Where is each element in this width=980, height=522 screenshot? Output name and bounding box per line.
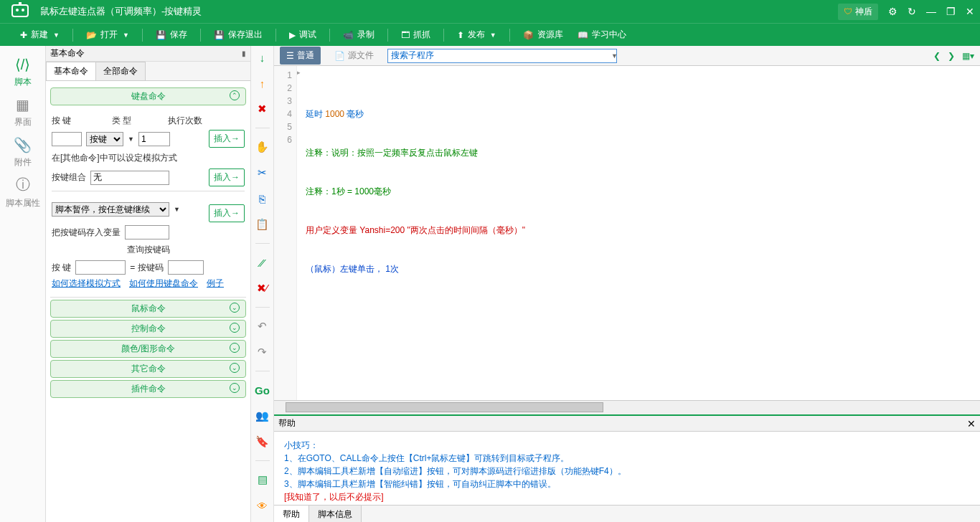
pause-select[interactable]: 脚本暂停，按任意键继续: [52, 202, 169, 217]
close-icon[interactable]: ✕: [966, 6, 974, 17]
settings-icon[interactable]: ⚙: [888, 6, 897, 17]
type-select[interactable]: 按键: [86, 132, 123, 146]
chevron-down-icon: ⌄: [230, 383, 240, 393]
help-tab-info[interactable]: 脚本信息: [309, 506, 362, 522]
titlebar: 鼠标左键连点器（可调频率）-按键精灵 🛡神盾 ⚙ ↻ — ❐ ✕: [0, 0, 980, 23]
comment-icon[interactable]: ⁄⁄: [255, 255, 270, 270]
menu-resource[interactable]: 📦资源库: [517, 26, 569, 44]
left-nav: ⟨/⟩脚本 ▦界面 📎附件 ⓘ脚本属性: [0, 46, 46, 522]
insert-button-3[interactable]: 插入→: [209, 204, 245, 222]
indent-icon[interactable]: ▤: [255, 473, 270, 487]
nav-attach[interactable]: 📎附件: [0, 132, 46, 172]
next-icon[interactable]: ❯: [948, 51, 955, 61]
tab-all[interactable]: 全部命令: [95, 62, 146, 80]
code-icon: ⟨/⟩: [15, 56, 31, 73]
help-title: 帮助: [278, 417, 296, 430]
play-icon: ▶: [289, 30, 296, 40]
key-input[interactable]: [52, 132, 82, 146]
delete-icon[interactable]: ✖: [255, 102, 270, 116]
go-icon[interactable]: Go: [255, 383, 270, 397]
section-control[interactable]: 控制命令⌄: [50, 320, 246, 338]
link-sim[interactable]: 如何选择模拟方式: [52, 277, 121, 290]
insert-button-2[interactable]: 插入→: [209, 169, 245, 186]
menu-save[interactable]: 💾保存: [150, 26, 193, 44]
refresh-icon[interactable]: ↻: [908, 6, 916, 17]
horizontal-scrollbar[interactable]: [274, 400, 980, 414]
qkey-input[interactable]: [75, 260, 126, 275]
book-icon: 📖: [578, 30, 588, 40]
view-source[interactable]: 📄源文件: [328, 47, 380, 65]
combo-input[interactable]: [90, 171, 169, 185]
note-text: 在[其他命令]中可以设定模拟方式: [52, 152, 245, 164]
line-gutter: 123456: [274, 66, 297, 400]
uncomment-icon[interactable]: ✖⁄: [255, 281, 270, 295]
nav-props[interactable]: ⓘ脚本属性: [0, 172, 46, 212]
link-usage[interactable]: 如何使用键盘命令: [129, 277, 198, 290]
saveexit-icon: 💾: [214, 30, 225, 40]
bookmark-icon[interactable]: 🔖: [255, 435, 270, 449]
section-mouse[interactable]: 鼠标命令⌄: [50, 300, 246, 318]
section-color[interactable]: 颜色/图形命令⌄: [50, 340, 246, 358]
help-dismiss[interactable]: [我知道了，以后不必提示]: [284, 490, 970, 503]
help-tab-help[interactable]: 帮助: [274, 506, 309, 522]
menu-debug[interactable]: ▶调试: [283, 26, 322, 44]
minimize-icon[interactable]: —: [926, 6, 936, 17]
undo-icon[interactable]: ↶: [255, 319, 270, 333]
help-tip-3: 3、脚本编辑工具栏新增【智能纠错】按钮，可自动纠正脚本中的错误。: [284, 478, 970, 490]
menu-record[interactable]: 📹录制: [337, 26, 380, 44]
menu-publish[interactable]: ⬆发布▼: [451, 26, 502, 44]
upload-icon: ⬆: [457, 30, 464, 40]
tab-basic[interactable]: 基本命令: [46, 62, 96, 80]
panel-title: 基本命令: [50, 47, 85, 60]
help-heading: 小技巧：: [284, 439, 970, 452]
shield-button[interactable]: 🛡神盾: [838, 4, 878, 20]
window-title: 鼠标左键连点器（可调频率）-按键精灵: [34, 5, 838, 18]
query-label: 查询按键码: [52, 244, 245, 256]
scissors-icon[interactable]: ✂: [255, 166, 270, 180]
svg-rect-0: [12, 5, 28, 16]
help-panel: 帮助✕ 小技巧： 1、在GOTO、CALL命令上按住【Ctrl+鼠标左键】可跳转…: [274, 414, 980, 522]
nav-script[interactable]: ⟨/⟩脚本: [0, 52, 46, 92]
prev-icon[interactable]: ❮: [933, 51, 941, 61]
chevron-down-icon: ⌄: [230, 343, 240, 353]
count-input[interactable]: [138, 132, 170, 146]
link-example[interactable]: 例子: [207, 277, 224, 290]
menu-open[interactable]: 📂打开▼: [80, 26, 135, 44]
grab-icon: 🗔: [401, 30, 410, 40]
hand-icon[interactable]: ✋: [255, 140, 270, 154]
code-editor[interactable]: 123456 ▸ 延时 1000 毫秒 注释：说明：按照一定频率反复点击鼠标左键…: [274, 66, 980, 400]
doc-icon: 📄: [334, 51, 345, 61]
nav-ui[interactable]: ▦界面: [0, 92, 46, 132]
copy-icon[interactable]: ⎘: [255, 191, 270, 206]
paste-icon[interactable]: 📋: [255, 217, 270, 232]
help-tip-2: 2、脚本编辑工具栏新增【自动缩进】按钮，可对脚本源码进行缩进排版（功能热键F4）…: [284, 465, 970, 478]
insert-button-1[interactable]: 插入→: [209, 130, 245, 148]
chevron-down-icon: ⌄: [230, 323, 240, 333]
section-plugin[interactable]: 插件命令⌄: [50, 380, 246, 398]
menu-saveexit[interactable]: 💾保存退出: [208, 26, 268, 44]
folder-icon: 📂: [86, 30, 97, 40]
record-icon: 📹: [343, 30, 354, 40]
maximize-icon[interactable]: ❐: [946, 6, 956, 17]
app-logo-icon: [6, 0, 34, 23]
help-close-icon[interactable]: ✕: [967, 418, 976, 430]
redo-icon[interactable]: ↷: [255, 345, 270, 359]
grid-icon[interactable]: ▦▾: [962, 51, 974, 61]
qcode-input[interactable]: [168, 260, 204, 275]
list-icon: ☰: [286, 51, 294, 61]
view-normal[interactable]: ☰普通: [280, 47, 321, 65]
pin-icon[interactable]: ▮: [242, 49, 246, 57]
up-arrow-icon[interactable]: ↑: [255, 76, 270, 90]
shield-icon: 🛡: [844, 6, 852, 16]
down-arrow-icon[interactable]: ↓: [255, 50, 270, 65]
menu-new[interactable]: ✚新建▼: [14, 26, 65, 44]
menu-learn[interactable]: 📖学习中心: [572, 26, 632, 44]
menu-grab[interactable]: 🗔抓抓: [395, 26, 436, 44]
svg-point-1: [16, 9, 19, 11]
section-keyboard[interactable]: 键盘命令⌃: [50, 87, 246, 105]
eye-icon[interactable]: 👁: [255, 498, 270, 513]
section-other[interactable]: 其它命令⌄: [50, 360, 246, 378]
search-icon[interactable]: 👥: [255, 409, 270, 423]
savecode-input[interactable]: [125, 225, 169, 239]
search-input[interactable]: [387, 49, 617, 63]
